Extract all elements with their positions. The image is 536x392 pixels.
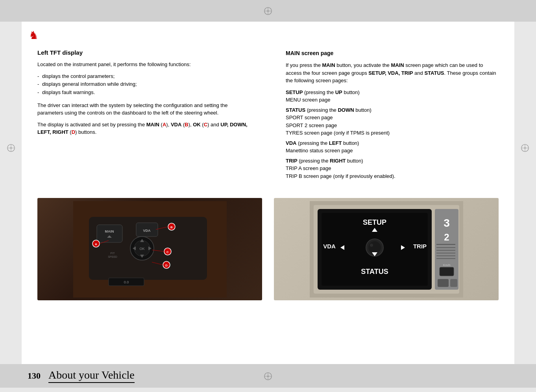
images-area: MAIN VDA OK PIT SPEED xyxy=(37,198,499,312)
svg-rect-70 xyxy=(450,279,457,287)
svg-text:D: D xyxy=(165,264,168,267)
vda-group-label: VDA xyxy=(286,140,296,146)
bullet-item: displays fault warnings. xyxy=(37,89,250,97)
annotation-c: C xyxy=(204,122,207,128)
svg-text:A: A xyxy=(95,242,97,246)
directions-label: UP, DOWN, LEFT, RIGHT xyxy=(37,122,248,135)
status-label: STATUS xyxy=(286,107,305,113)
setup-label: SETUP xyxy=(286,89,303,95)
svg-text:OK: OK xyxy=(139,247,144,251)
svg-text:TRIP: TRIP xyxy=(413,243,426,250)
right-margin-compass-icon xyxy=(521,144,529,152)
svg-rect-69 xyxy=(438,279,449,287)
svg-point-54 xyxy=(368,241,381,254)
bullet-list: displays the control parameters; display… xyxy=(37,72,250,97)
display-paragraph: The display is activated and set by pres… xyxy=(37,121,250,136)
dashboard-image: MAIN VDA OK PIT SPEED xyxy=(37,198,262,300)
svg-text:SETUP: SETUP xyxy=(362,218,386,226)
svg-text:VDA: VDA xyxy=(143,229,151,233)
trip-b-page: TRIP B screen page (only if previously e… xyxy=(286,172,499,180)
svg-text:2: 2 xyxy=(444,232,449,242)
bullet-item: displays general information while drivi… xyxy=(37,80,250,89)
tyres-page: TYRES screen page (only if TPMS is prese… xyxy=(286,129,499,137)
sport-page: SPORT screen page xyxy=(286,114,499,122)
svg-point-55 xyxy=(370,244,373,247)
left-margin-compass-icon xyxy=(7,144,15,152)
svg-text:0.0: 0.0 xyxy=(124,280,129,284)
sport2-page: SPORT 2 screen page xyxy=(286,122,499,129)
footer-bar: 130 About your Vehicle xyxy=(0,364,536,388)
vda-group: VDA (pressing the LEFT button) Manettino… xyxy=(286,139,499,155)
status-note: (pressing the DOWN button) xyxy=(307,107,372,113)
footer-title: About your Vehicle xyxy=(48,369,135,383)
svg-point-11 xyxy=(524,147,526,149)
top-compass-center-icon xyxy=(264,7,272,15)
setup-menu: MENU screen page xyxy=(286,96,499,104)
page-number: 130 xyxy=(28,371,41,381)
svg-text:STATUS: STATUS xyxy=(361,268,388,276)
trip-group: TRIP (pressing the RIGHT button) TRIP A … xyxy=(286,157,499,180)
trip-note: (pressing the RIGHT button) xyxy=(299,158,363,164)
svg-point-3 xyxy=(267,10,269,12)
content-area: Left TFT display Located on the instrume… xyxy=(37,33,499,182)
svg-text:3: 3 xyxy=(444,217,450,229)
bullet-item: displays the control parameters; xyxy=(37,72,250,81)
setup-group: SETUP (pressing the UP button) MENU scre… xyxy=(286,89,499,104)
svg-text:PIT: PIT xyxy=(110,252,115,255)
page-content: ♞ Left TFT display Located on the instru… xyxy=(22,22,514,364)
right-heading: MAIN screen page xyxy=(286,49,499,57)
status-group: STATUS (pressing the DOWN button) SPORT … xyxy=(286,106,499,137)
annotation-b: B xyxy=(185,122,188,128)
left-intro: Located on the instrument panel, it perf… xyxy=(37,61,250,68)
ok-label: OK xyxy=(193,122,201,128)
top-bar xyxy=(0,0,536,22)
driver-paragraph: The driver can interact with the system … xyxy=(37,102,250,117)
tft-image: SETUP VDA TRIP STATUS xyxy=(274,198,499,300)
vda-label: VDA xyxy=(171,122,181,128)
svg-rect-15 xyxy=(97,225,122,242)
right-intro: If you press the MAIN button, you activa… xyxy=(286,61,499,85)
trip-a-page: TRIP A screen page xyxy=(286,165,499,172)
ferrari-logo: ♞ xyxy=(29,29,39,42)
annotation-a: A xyxy=(163,122,166,128)
left-column: Left TFT display Located on the instrume… xyxy=(37,49,258,182)
tft-svg: SETUP VDA TRIP STATUS xyxy=(310,201,463,298)
right-column: MAIN screen page If you press the MAIN b… xyxy=(278,49,499,182)
bottom-compass-icon xyxy=(264,372,272,381)
svg-text:VDA: VDA xyxy=(323,243,336,250)
svg-text:MAIN: MAIN xyxy=(105,229,114,233)
setup-note: (pressing the UP button) xyxy=(304,89,360,95)
svg-text:B: B xyxy=(170,226,173,229)
left-heading: Left TFT display xyxy=(37,49,250,56)
trip-group-label: TRIP xyxy=(286,158,298,164)
manettino-page: Manettino status screen page xyxy=(286,147,499,155)
svg-point-74 xyxy=(267,375,269,377)
annotation-d: D xyxy=(72,129,75,135)
svg-rect-68 xyxy=(440,267,454,276)
svg-text:Km/h: Km/h xyxy=(443,263,450,267)
svg-point-7 xyxy=(10,147,12,149)
vda-note: (pressing the LEFT button) xyxy=(298,140,359,146)
dashboard-svg: MAIN VDA OK PIT SPEED xyxy=(73,201,227,298)
svg-text:C: C xyxy=(166,250,169,254)
main-label: MAIN xyxy=(146,122,159,128)
svg-text:SPEED: SPEED xyxy=(108,255,117,258)
